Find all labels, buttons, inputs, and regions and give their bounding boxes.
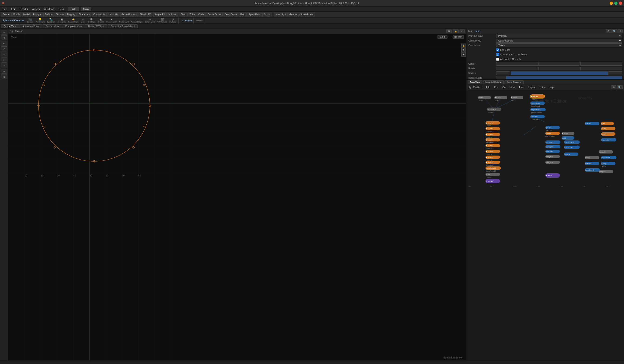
tool-terrain-fx[interactable]: Terrain FX <box>138 13 152 17</box>
sidebar-brush-tool[interactable]: ● <box>1 69 7 74</box>
portal-light-button[interactable]: ⬡Portal Light <box>118 18 130 23</box>
tab-motion-fx-view[interactable]: Motion FX View <box>85 24 107 28</box>
params-settings-button[interactable]: ⚙ <box>606 29 611 33</box>
viewport-settings-button[interactable]: ⚙ <box>446 29 452 33</box>
tool-draw-curve[interactable]: Draw Curve <box>223 13 238 17</box>
perspective-dropdown[interactable]: Top ▼ <box>438 35 447 39</box>
tab-composite-view[interactable]: Composite View <box>62 24 85 28</box>
ng-tab-tree-view[interactable]: Tree View <box>468 80 482 84</box>
rotate-x-input[interactable]: 0 <box>496 67 538 70</box>
ng-menu-view[interactable]: View <box>508 86 517 89</box>
tool-volume[interactable]: Volume <box>167 13 178 17</box>
tool-spray-paint[interactable]: Spray Paint <box>247 13 262 17</box>
tab-geometry-spreadsheet[interactable]: Geometry Spreadsheet <box>108 24 138 28</box>
tool-topo[interactable]: Topo <box>180 13 188 17</box>
tool-texture[interactable]: Texture <box>54 13 65 17</box>
camera-dropdown[interactable]: No cam <box>453 35 464 39</box>
tool-area-light[interactable]: Area Light <box>274 13 288 17</box>
rotate-z-input[interactable]: 0 <box>580 67 622 70</box>
ng-menu-tools[interactable]: Tools <box>517 86 526 89</box>
sidebar-transform-tool[interactable]: ✥ <box>1 35 7 40</box>
tool-characters[interactable]: Characters <box>77 13 91 17</box>
viewport-lock-button[interactable]: 🔒 <box>453 29 459 33</box>
center-x-input[interactable]: 0 <box>496 62 538 66</box>
node-graph-canvas[interactable]: Education Edition Geometry <box>467 90 624 360</box>
spot-light-button[interactable]: 🔦Spot Light <box>46 18 56 23</box>
tool-guide-process[interactable]: Guide Process <box>120 13 138 17</box>
radius-scale-slider[interactable] <box>506 76 622 80</box>
tool-create[interactable]: Create <box>1 13 11 17</box>
tool-hair-utils[interactable]: Hair Utils <box>107 13 120 17</box>
menu-assets[interactable]: Assets <box>30 7 42 11</box>
sidebar-box-tool[interactable]: □ <box>1 57 7 63</box>
instant-light-button[interactable]: ⚡Instant Light <box>67 18 79 23</box>
tool-model[interactable]: Model <box>22 13 31 17</box>
consolidate-checkbox[interactable]: Consolidate Corner Points <box>496 53 527 56</box>
tool-deform[interactable]: Deform <box>43 13 54 17</box>
menu-help[interactable]: Help <box>57 7 66 11</box>
radius-slider[interactable] <box>511 72 608 75</box>
main-dropdown[interactable]: Main <box>81 7 91 11</box>
center-y-input[interactable]: 0 <box>538 62 580 66</box>
switcher-button[interactable]: ⇄Switcher <box>168 18 178 23</box>
tool-modify[interactable]: Modify <box>11 13 21 17</box>
params-search-button[interactable]: 🔍 <box>611 29 618 33</box>
tool-polygon[interactable]: Polygon <box>31 13 43 17</box>
tool-curve-bezier[interactable]: Curve Bezier <box>206 13 223 17</box>
ng-bc-obj[interactable]: obj <box>468 86 471 89</box>
ng-menu-help[interactable]: Help <box>547 86 556 89</box>
bc-obj[interactable]: obj <box>10 30 13 32</box>
ng-tab-material-palette[interactable]: Material Palette <box>483 80 503 84</box>
ng-toolbar-btn[interactable]: ⊞ <box>611 85 616 89</box>
caustic-light-button[interactable]: ✦Caustic Light <box>105 18 118 23</box>
primitive-type-select[interactable]: Polygon <box>496 34 622 38</box>
tool-geo-spreadsheet[interactable]: Geometry Spreadsheet <box>288 13 315 17</box>
sidebar-lasso-tool[interactable]: ○ <box>1 63 7 68</box>
tab-render-view[interactable]: Render View <box>43 24 62 28</box>
ng-bc-pavilion[interactable]: Pavilion <box>473 86 481 89</box>
ng-menu-edit[interactable]: Edit <box>493 86 500 89</box>
add-vertex-checkbox[interactable]: Add Vertex Normals <box>496 58 521 61</box>
ng-tab-asset-browser[interactable]: Asset Browser <box>505 80 523 84</box>
distant-light-button[interactable]: →Distant Light <box>144 18 156 23</box>
tab-animation-editor[interactable]: Animation Editor <box>20 24 42 28</box>
center-z-input[interactable]: 0 <box>580 62 622 66</box>
menu-render[interactable]: Render <box>18 7 30 11</box>
minimize-button[interactable] <box>610 2 613 5</box>
viewport-canvas[interactable]: 10 20 30 40 50 60 70 80 View Top ▼ No ca… <box>8 34 466 360</box>
viewport-expand-button[interactable]: ⤢ <box>460 29 465 33</box>
ng-menu-labs[interactable]: Labs <box>538 86 546 89</box>
build-button[interactable]: Build <box>68 7 79 11</box>
area-light-button[interactable]: ▣Area Light <box>57 18 67 23</box>
sky-light-button[interactable]: 🌤Sky Light <box>87 18 96 23</box>
params-help-button[interactable]: ? <box>618 29 623 33</box>
vr-camera-button[interactable]: 🎬VR Camera <box>156 18 168 23</box>
ng-search-btn[interactable]: 🔍 <box>617 85 623 89</box>
take-list-button[interactable]: Take List <box>195 19 204 22</box>
tool-rigging[interactable]: Rigging <box>65 13 77 17</box>
sidebar-scale-tool[interactable]: ⤢ <box>1 46 7 51</box>
tab-scene-view[interactable]: Scene View <box>1 24 19 28</box>
vp-grid-icon[interactable]: ⊞ <box>461 48 466 52</box>
ng-menu-layout[interactable]: Layout <box>527 86 537 89</box>
ambient-light-button[interactable]: ○Ambient Light <box>130 18 143 23</box>
sidebar-view-tool[interactable]: 👁 <box>1 52 7 57</box>
radius-input1[interactable]: 7.2 <box>496 72 510 75</box>
radius-input2[interactable]: 7.2 <box>608 72 622 75</box>
bc-pavilion[interactable]: Pavilion <box>15 30 23 32</box>
end-caps-checkbox[interactable]: End Caps <box>496 49 510 51</box>
connectivity-select[interactable]: Quadrilaterals <box>496 39 622 43</box>
light-button[interactable]: ☀Light <box>80 18 86 23</box>
orientation-select[interactable]: Y Axis <box>496 43 622 47</box>
sidebar-snap-tool[interactable]: ⊕ <box>1 74 7 79</box>
close-button[interactable] <box>619 2 622 5</box>
vp-lock-icon[interactable]: 🔒 <box>461 44 466 48</box>
maximize-button[interactable] <box>614 2 618 5</box>
sidebar-rotate-tool[interactable]: ↺ <box>1 41 7 46</box>
si-light-button[interactable]: ◉SI Light <box>97 18 105 23</box>
menu-file[interactable]: File <box>1 7 9 11</box>
vp-view-icon[interactable]: 👁 <box>461 52 466 57</box>
tool-path[interactable]: Path <box>239 13 247 17</box>
camera-button[interactable]: 📷Camera <box>26 18 34 23</box>
ng-menu-go[interactable]: Go <box>501 86 507 89</box>
